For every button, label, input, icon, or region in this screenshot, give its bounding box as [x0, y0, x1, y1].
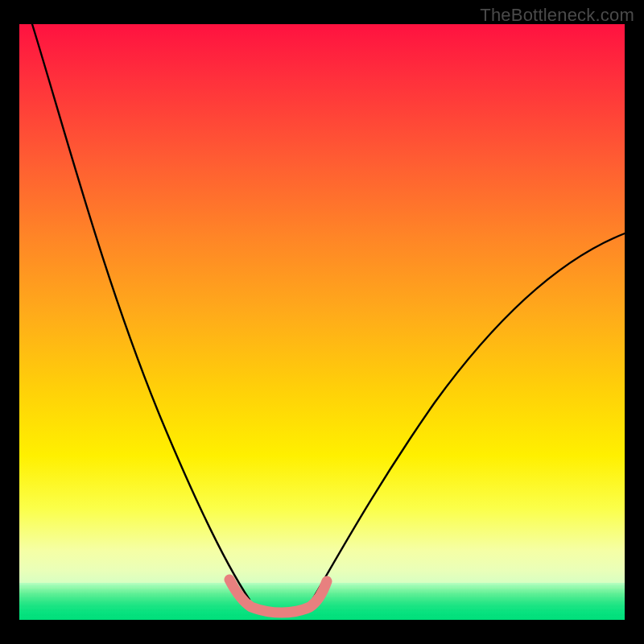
gradient-pale — [19, 551, 625, 583]
watermark-text: TheBottleneck.com — [480, 5, 634, 26]
plot-area — [19, 24, 625, 620]
bottleneck-chart — [0, 0, 644, 644]
gradient-main — [19, 24, 625, 551]
chart-frame: TheBottleneck.com — [0, 0, 644, 644]
